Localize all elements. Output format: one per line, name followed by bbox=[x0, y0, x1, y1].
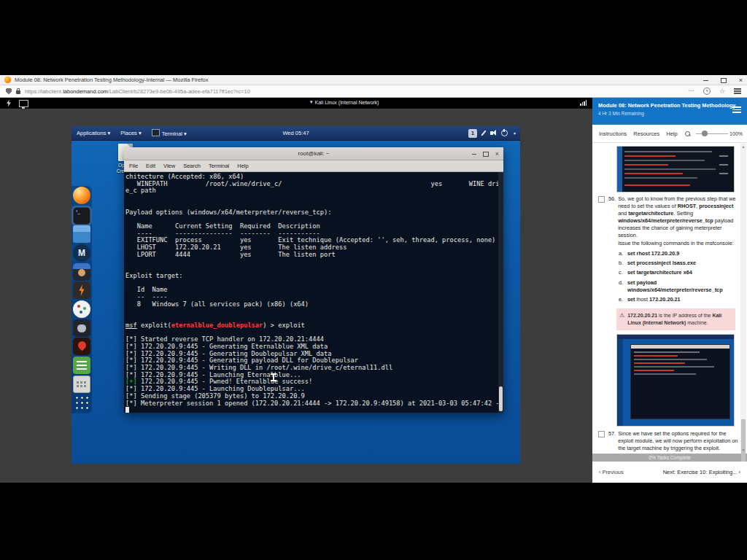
power-actions-icon[interactable] bbox=[6, 100, 12, 107]
terminal-scrollbar[interactable] bbox=[498, 172, 503, 413]
terminal-maximize-icon[interactable] bbox=[483, 152, 489, 157]
screenshot-dock-strip bbox=[617, 147, 622, 192]
dock-icon-file-manager[interactable] bbox=[73, 225, 90, 243]
terminal-line: LPORT 4444 yes The listen port bbox=[125, 252, 503, 259]
window-restore-icon[interactable] bbox=[721, 78, 727, 83]
dock-icon-ettercap[interactable] bbox=[73, 338, 90, 355]
terminal-titlebar[interactable]: root@kali: ~ × bbox=[124, 147, 503, 160]
browser-menu-icon[interactable] bbox=[734, 88, 741, 96]
firefox-favicon bbox=[4, 77, 11, 83]
tab-help[interactable]: Help bbox=[666, 131, 677, 137]
applications-menu[interactable]: Applications ▾ bbox=[77, 130, 110, 136]
scroll-up-icon[interactable]: ▲ bbox=[740, 144, 746, 149]
warning-note: ⚠ 172.20.20.21 is the IP address of the … bbox=[616, 308, 735, 330]
dock-icon-beef[interactable] bbox=[73, 319, 90, 337]
display-icon[interactable] bbox=[19, 100, 28, 107]
sidebar-footer: ‹ Previous Next: Exercise 10: Exploiting… bbox=[592, 462, 747, 483]
tab-instructions[interactable]: Instructions bbox=[599, 131, 627, 137]
menu-view[interactable]: View bbox=[163, 163, 175, 169]
instruction-screenshot-desktop[interactable] bbox=[616, 334, 735, 427]
clock[interactable]: Wed 05:47 bbox=[282, 130, 309, 136]
warning-text: 172.20.20.21 is the IP address of the Ka… bbox=[627, 312, 731, 327]
terminal-line: 8 Windows 7 (all services pack) (x86) (x… bbox=[125, 301, 503, 308]
menu-edit[interactable]: Edit bbox=[146, 163, 155, 169]
workspace-indicator[interactable]: 1 bbox=[468, 129, 477, 138]
screenshot-dock-strip bbox=[617, 339, 623, 427]
screenshot-terminal-window bbox=[630, 344, 730, 419]
terminal-scrollbar-thumb[interactable] bbox=[499, 386, 503, 411]
menu-terminal[interactable]: Terminal bbox=[209, 163, 229, 169]
lock-icon[interactable] bbox=[16, 90, 20, 94]
browser-titlebar: Module 08: Network Penetration Testing M… bbox=[0, 75, 747, 85]
command-item: c.set targetarchitecture x64 bbox=[619, 269, 742, 276]
kali-top-panel: Applications ▾ Places ▾ Terminal ▾ Wed 0… bbox=[71, 126, 520, 141]
step-56-text: So, we got to know from the previous ste… bbox=[618, 195, 735, 238]
terminal-line bbox=[125, 407, 503, 413]
lab-title: Module 08: Network Penetration Testing M… bbox=[598, 102, 728, 109]
warning-icon: ⚠ bbox=[619, 312, 624, 327]
vm-display[interactable]: Applications ▾ Places ▾ Terminal ▾ Wed 0… bbox=[71, 126, 520, 464]
terminal-line: msf exploit(eternalblue_doublepulsar) > … bbox=[125, 322, 503, 330]
zoom-slider-knob[interactable] bbox=[702, 131, 708, 136]
terminal-close-icon[interactable]: × bbox=[495, 151, 499, 158]
places-menu[interactable]: Places ▾ bbox=[120, 130, 141, 136]
terminal-body[interactable]: chitecture (Accepted: x86, x64) WINEPATH… bbox=[124, 172, 503, 413]
dock-icon-cherrytree[interactable] bbox=[73, 357, 90, 374]
panel-caret-icon[interactable]: ▾ bbox=[514, 131, 516, 136]
command-item: b.set processinject lsass.exe bbox=[619, 260, 742, 267]
dock-icon-show-applications[interactable] bbox=[73, 394, 90, 411]
scroll-down-icon[interactable]: ▼ bbox=[740, 448, 746, 452]
tab-resources[interactable]: Resources bbox=[633, 131, 659, 137]
terminal-line: Id Name bbox=[125, 287, 503, 294]
window-minimize-icon[interactable] bbox=[703, 80, 708, 81]
machine-selector[interactable]: ▾Kali Linux (Internal Network) bbox=[310, 99, 379, 105]
connection-signal-icon bbox=[580, 100, 587, 106]
zoom-slider[interactable] bbox=[696, 133, 728, 134]
step-56: 56. So, we got to know from the previous… bbox=[598, 195, 742, 308]
dock-icon-terminal[interactable]: ›_ bbox=[73, 207, 90, 225]
page-actions-icon[interactable]: ⋯ bbox=[688, 88, 694, 94]
tracking-protection-icon[interactable] bbox=[6, 88, 12, 95]
step-57-checkbox[interactable] bbox=[598, 431, 605, 438]
step-57-text: Since we have set the options required f… bbox=[618, 430, 742, 452]
terminal-window[interactable]: root@kali: ~ × File Edit View Search Ter… bbox=[124, 147, 503, 413]
sidebar-menu-icon[interactable] bbox=[732, 105, 741, 114]
power-icon[interactable] bbox=[501, 130, 508, 136]
dock-icon-onboard-keyboard[interactable] bbox=[73, 376, 90, 393]
next-button[interactable]: Next: Exercise 10: Exploiting... › bbox=[663, 469, 740, 475]
instruction-screenshot-msfconsole[interactable] bbox=[616, 146, 735, 192]
terminal-line bbox=[125, 308, 503, 315]
dock-icon-armitage[interactable] bbox=[73, 263, 90, 281]
pocket-icon[interactable]: ▾ bbox=[703, 88, 711, 95]
bookmark-star-icon[interactable]: ☆ bbox=[719, 88, 725, 95]
zoom-level: 100% bbox=[729, 131, 743, 136]
terminal-line bbox=[125, 280, 503, 287]
volume-icon[interactable] bbox=[490, 131, 493, 135]
sidebar-scrollbar-thumb[interactable] bbox=[741, 419, 746, 462]
terminal-menubar: File Edit View Search Terminal Help bbox=[124, 160, 503, 172]
search-icon[interactable] bbox=[685, 131, 690, 136]
previous-button[interactable]: ‹ Previous bbox=[599, 469, 624, 475]
dock-icon-owasp-zap[interactable] bbox=[73, 300, 90, 318]
step-56-checkbox[interactable] bbox=[598, 196, 605, 203]
terminal-line bbox=[125, 258, 503, 265]
dock-icon-maltego[interactable]: M bbox=[73, 244, 90, 262]
menu-file[interactable]: File bbox=[129, 163, 138, 169]
terminal-line bbox=[125, 195, 503, 202]
sidebar-scrollbar[interactable]: ▲ ▼ bbox=[740, 144, 746, 453]
command-item: e.set lhost 172.20.20.21 bbox=[619, 296, 742, 303]
terminal-title: root@kali: ~ bbox=[124, 150, 503, 157]
window-close-icon[interactable]: × bbox=[739, 77, 743, 84]
dock-icon-firefox[interactable] bbox=[73, 187, 90, 204]
step-57: 57. Since we have set the options requir… bbox=[598, 430, 742, 454]
terminal-menu[interactable]: Terminal ▾ bbox=[152, 129, 187, 137]
dock-icon-burpsuite[interactable] bbox=[73, 281, 90, 299]
menu-help[interactable]: Help bbox=[237, 163, 248, 169]
terminal-output: chitecture (Accepted: x86, x64) WINEPATH… bbox=[125, 174, 503, 413]
terminal-minimize-icon[interactable] bbox=[472, 154, 476, 155]
viewer-toolbar: ▾Kali Linux (Internal Network) bbox=[0, 98, 592, 109]
menu-search[interactable]: Search bbox=[183, 163, 201, 169]
url-text[interactable]: https://labclient.labondemand.com/LabCli… bbox=[25, 88, 684, 95]
screenshot-tool-icon[interactable] bbox=[481, 130, 486, 136]
browser-urlbar[interactable]: https://labclient.labondemand.com/LabCli… bbox=[0, 85, 747, 98]
